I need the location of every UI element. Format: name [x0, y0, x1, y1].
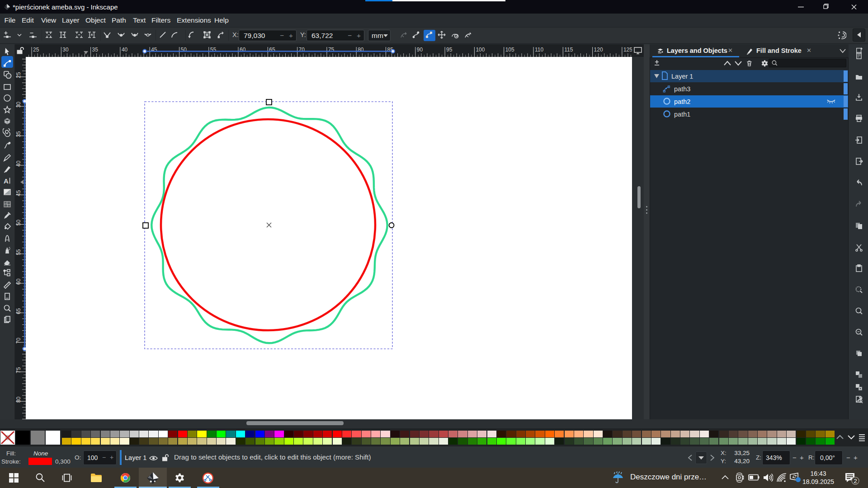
svg-text:60: 60	[15, 278, 22, 285]
svg-text:80: 80	[358, 47, 364, 53]
svg-text:A: A	[4, 177, 9, 185]
svg-text:70: 70	[299, 47, 305, 53]
svg-text:65: 65	[15, 308, 22, 314]
svg-text:25: 25	[33, 47, 39, 53]
svg-text:45: 45	[151, 47, 157, 53]
svg-text:35: 35	[92, 47, 99, 53]
svg-text:30: 30	[62, 47, 69, 53]
svg-text:50: 50	[181, 47, 187, 53]
svg-text:65: 65	[269, 47, 275, 53]
svg-text:100: 100	[476, 47, 485, 53]
svg-text:40: 40	[15, 160, 22, 167]
svg-text:125: 125	[623, 47, 632, 53]
svg-text:40: 40	[122, 47, 128, 53]
svg-text:115: 115	[564, 47, 573, 53]
svg-text:110: 110	[535, 47, 543, 53]
svg-text:95: 95	[446, 47, 453, 53]
svg-text:55: 55	[210, 47, 217, 53]
svg-text:120: 120	[594, 47, 603, 53]
svg-text:55: 55	[15, 249, 22, 255]
svg-text:80: 80	[15, 397, 22, 403]
svg-text:90: 90	[417, 47, 423, 53]
svg-text:70: 70	[15, 338, 22, 344]
svg-text:75: 75	[15, 367, 22, 373]
svg-text:25: 25	[15, 72, 22, 78]
svg-text:75: 75	[328, 47, 335, 53]
svg-text:30: 30	[15, 102, 22, 108]
svg-text:45: 45	[15, 190, 22, 197]
svg-text:60: 60	[240, 47, 246, 53]
svg-text:35: 35	[15, 131, 22, 137]
svg-text:105: 105	[505, 47, 514, 53]
svg-text:2: 2	[854, 478, 857, 484]
svg-text:50: 50	[15, 220, 22, 226]
